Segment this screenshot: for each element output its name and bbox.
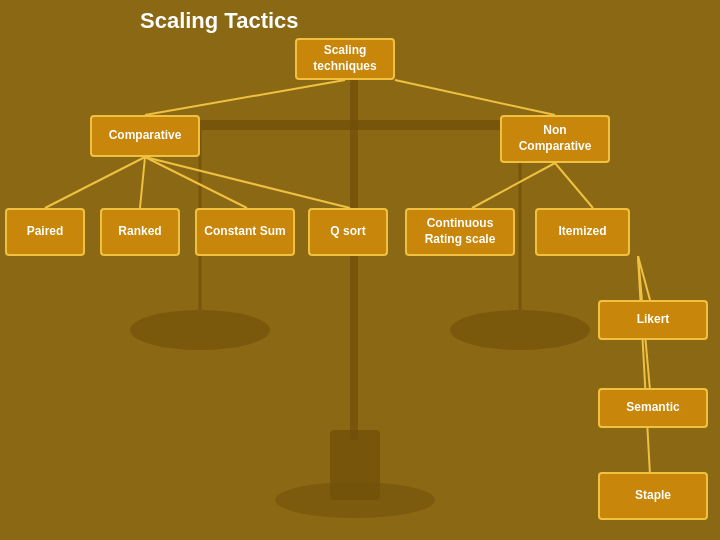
node-paired: Paired: [5, 208, 85, 256]
node-constant-sum: Constant Sum: [195, 208, 295, 256]
node-semantic: Semantic: [598, 388, 708, 428]
node-likert: Likert: [598, 300, 708, 340]
page-title: Scaling Tactics: [140, 8, 299, 34]
node-comparative: Comparative: [90, 115, 200, 157]
node-ranked: Ranked: [100, 208, 180, 256]
node-non-comparative: Non Comparative: [500, 115, 610, 163]
node-continuous: Continuous Rating scale: [405, 208, 515, 256]
node-root: Scaling techniques: [295, 38, 395, 80]
node-staple: Staple: [598, 472, 708, 520]
node-itemized: Itemized: [535, 208, 630, 256]
node-q-sort: Q sort: [308, 208, 388, 256]
